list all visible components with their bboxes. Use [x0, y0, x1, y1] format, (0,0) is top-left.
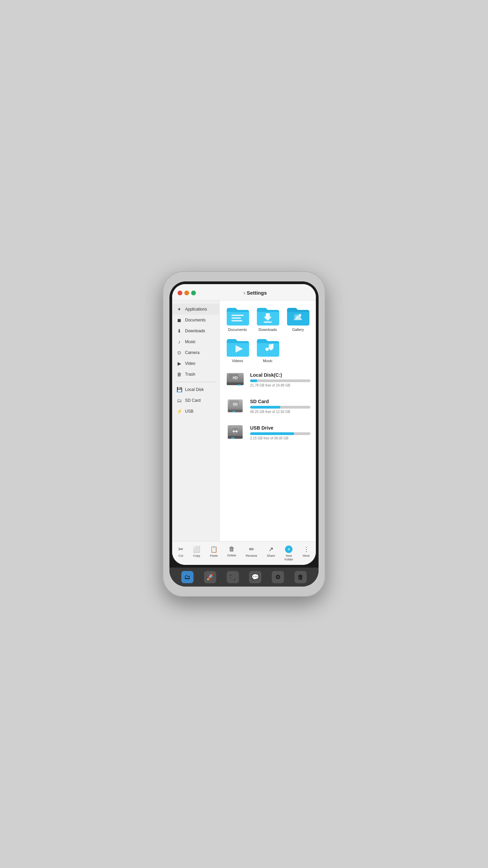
- drive-item-local-disk[interactable]: HD Local Disk(C:) 21.78 GB free of 24.89…: [225, 370, 310, 390]
- main-content: ✦ Applications ◼ Documents ⬇ Downloads ♪…: [172, 300, 316, 541]
- videos-folder-icon: [226, 337, 249, 357]
- rename-icon: ✏: [249, 546, 254, 553]
- svg-point-9: [269, 347, 273, 350]
- back-chevron-icon[interactable]: ‹: [244, 290, 245, 296]
- sd-card-drive-icon: SD: [225, 396, 245, 416]
- rename-button[interactable]: ✏ Rename: [244, 544, 259, 563]
- svg-rect-4: [264, 321, 272, 323]
- folder-item-music[interactable]: Music: [255, 337, 280, 363]
- svg-rect-23: [228, 436, 243, 439]
- folder-item-videos[interactable]: Videos: [225, 337, 250, 363]
- sidebar-label-camera: Camera: [185, 350, 200, 355]
- videos-folder-label: Videos: [232, 359, 243, 363]
- delete-button[interactable]: 🗑 Delete: [225, 544, 238, 563]
- share-button[interactable]: ↗ Share: [265, 544, 277, 563]
- more-button[interactable]: ⋮ More: [301, 544, 312, 563]
- music-folder-label: Music: [263, 359, 273, 363]
- cut-label: Cut: [179, 554, 183, 557]
- page-title: Settings: [247, 290, 267, 296]
- dock-message-icon[interactable]: 💬: [249, 571, 261, 583]
- dock-toggle-icon[interactable]: ⚙: [272, 571, 284, 583]
- copy-button[interactable]: ⬜ Copy: [191, 544, 202, 563]
- folder-item-documents[interactable]: Documents: [225, 306, 250, 332]
- gallery-folder-icon: [286, 306, 309, 326]
- usb-drive-info: USB Drive 2.15 GB free of 08.00 GB: [250, 425, 310, 440]
- usb-drive-fill: [250, 432, 294, 435]
- svg-rect-21: [232, 411, 235, 412]
- sidebar: ✦ Applications ◼ Documents ⬇ Downloads ♪…: [172, 300, 220, 541]
- gallery-folder-label: Gallery: [292, 328, 304, 332]
- downloads-folder-label: Downloads: [259, 328, 277, 332]
- svg-rect-18: [228, 410, 243, 412]
- downloads-icon: ⬇: [176, 328, 182, 334]
- dock-rocket-icon[interactable]: 🚀: [204, 571, 216, 583]
- sidebar-label-music: Music: [185, 339, 196, 344]
- sidebar-item-usb[interactable]: ⚡ USB: [172, 406, 219, 417]
- sd-card-size: 06.25 GB free of 12.50 GB: [250, 410, 310, 414]
- cut-button[interactable]: ✂ Cut: [176, 544, 185, 563]
- sidebar-item-local-disk[interactable]: 💾 Local Disk: [172, 384, 219, 395]
- documents-icon: ◼: [176, 317, 182, 323]
- minimize-button[interactable]: [184, 291, 189, 295]
- sidebar-item-documents[interactable]: ◼ Documents: [172, 315, 219, 326]
- local-disk-name: Local Disk(C:): [250, 372, 310, 378]
- drive-item-usb[interactable]: USB Drive 2.15 GB free of 08.00 GB: [225, 422, 310, 443]
- svg-text:SD: SD: [233, 402, 238, 406]
- local-disk-icon: 💾: [176, 387, 182, 392]
- more-label: More: [303, 554, 310, 557]
- svg-rect-0: [231, 315, 244, 316]
- usb-sidebar-icon: ⚡: [176, 409, 182, 414]
- dock-files-icon[interactable]: 🗂: [181, 571, 194, 583]
- copy-label: Copy: [193, 554, 200, 557]
- dock-trash-icon[interactable]: 🗑: [294, 571, 307, 583]
- sidebar-label-local-disk: Local Disk: [185, 387, 204, 392]
- music-folder-icon: [256, 337, 279, 357]
- more-icon: ⋮: [303, 546, 309, 553]
- paste-button[interactable]: 📋 Paste: [208, 544, 220, 563]
- sidebar-label-sd-card: SD Card: [185, 398, 201, 403]
- usb-drive-name: USB Drive: [250, 425, 310, 431]
- dock: 🗂 🚀 📞 💬 ⚙ 🗑: [169, 568, 319, 587]
- sidebar-item-video[interactable]: ▶ Video: [172, 358, 219, 369]
- local-disk-info: Local Disk(C:) 21.78 GB free of 24.89 GB: [250, 372, 310, 387]
- sidebar-item-trash[interactable]: 🗑 Trash: [172, 369, 219, 380]
- drive-list: HD Local Disk(C:) 21.78 GB free of 24.89…: [225, 370, 310, 443]
- delete-icon: 🗑: [229, 546, 235, 553]
- new-folder-button[interactable]: + NewFolder: [283, 544, 296, 563]
- svg-text:HD: HD: [233, 376, 238, 380]
- folder-item-downloads[interactable]: Downloads: [255, 306, 280, 332]
- sidebar-label-video: Video: [185, 361, 195, 366]
- usb-drive-size: 2.15 GB free of 08.00 GB: [250, 436, 310, 440]
- content-area: Documents: [220, 300, 316, 541]
- sidebar-item-music[interactable]: ♪ Music: [172, 336, 219, 347]
- applications-icon: ✦: [176, 307, 182, 312]
- local-disk-drive-icon: HD: [225, 370, 245, 390]
- sidebar-item-downloads[interactable]: ⬇ Downloads: [172, 326, 219, 336]
- title-area: ‹ Settings: [200, 290, 310, 296]
- svg-rect-1: [231, 317, 241, 319]
- new-folder-icon: +: [285, 546, 292, 553]
- sidebar-label-usb: USB: [185, 409, 194, 414]
- folder-item-gallery[interactable]: Gallery: [286, 306, 310, 332]
- screen: ‹ Settings ✦ Applications ◼ Documents: [172, 284, 316, 565]
- sidebar-label-trash: Trash: [185, 372, 195, 377]
- sidebar-item-sd-card[interactable]: 🗂 SD Card: [172, 395, 219, 406]
- drive-item-sd-card[interactable]: SD SD Card 06.25 GB free of 12.50 GB: [225, 396, 310, 416]
- svg-rect-10: [269, 344, 269, 349]
- local-disk-fill: [250, 379, 257, 382]
- sidebar-item-applications[interactable]: ✦ Applications: [172, 304, 219, 315]
- sd-card-name: SD Card: [250, 399, 310, 404]
- svg-rect-25: [231, 437, 235, 438]
- paste-icon: 📋: [210, 546, 218, 553]
- sidebar-label-downloads: Downloads: [185, 329, 205, 333]
- local-disk-bar: [250, 379, 310, 382]
- maximize-button[interactable]: [191, 291, 196, 295]
- dock-phone-icon[interactable]: 📞: [227, 571, 239, 583]
- paste-label: Paste: [210, 554, 218, 557]
- delete-label: Delete: [227, 554, 236, 557]
- trash-sidebar-icon: 🗑: [176, 372, 182, 377]
- close-button[interactable]: [178, 291, 182, 295]
- svg-rect-11: [273, 344, 273, 349]
- svg-rect-2: [231, 320, 242, 321]
- sidebar-item-camera[interactable]: ⊙ Camera: [172, 347, 219, 358]
